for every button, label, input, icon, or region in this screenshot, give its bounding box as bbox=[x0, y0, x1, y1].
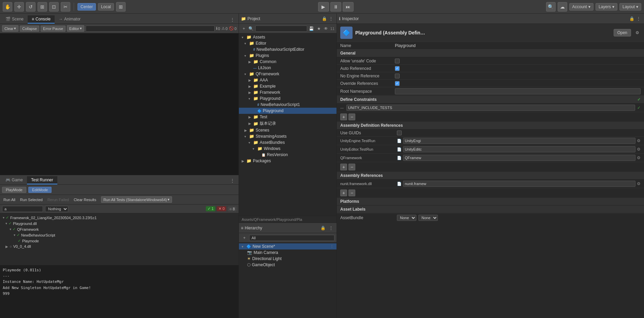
run-all-tests-dropdown[interactable]: Run All Tests (StandaloneWindows64) ▾ bbox=[101, 196, 172, 203]
test-item-0[interactable]: ▾ ✓ Framewrok_02_LiangXie_20230504_2020.… bbox=[0, 215, 239, 221]
tree-litjson[interactable]: — LitJson bbox=[239, 65, 337, 71]
asmdef-ref-settings-icon-0[interactable]: ⚙ bbox=[637, 138, 641, 143]
collab-btn[interactable]: 🔍 bbox=[546, 2, 556, 12]
asmdef-ref-input-1[interactable] bbox=[403, 146, 635, 152]
tab-scene[interactable]: 🎬 Scene bbox=[1, 15, 28, 24]
no-engine-ref-checkbox[interactable] bbox=[395, 74, 400, 78]
assembly-ref-settings-icon-0[interactable]: ⚙ bbox=[637, 181, 641, 186]
test-item-5[interactable]: ▶ ○ V0_0_4.dll bbox=[0, 244, 239, 249]
save-icon-btn[interactable]: 💾 bbox=[309, 25, 314, 32]
inspector-lock-btn[interactable]: 🔒 bbox=[628, 15, 635, 22]
hierarchy-lock-btn[interactable]: 🔒 bbox=[319, 225, 326, 231]
inspector-settings-icon[interactable]: ⚙ bbox=[634, 29, 641, 36]
assembly-refs-add-btn[interactable]: + bbox=[340, 190, 347, 196]
test-item-4[interactable]: ✓ Playmode bbox=[0, 238, 239, 244]
constraint-remove-btn[interactable]: − bbox=[348, 113, 355, 120]
auto-referenced-checkbox[interactable]: ✓ bbox=[395, 66, 400, 71]
tree-qframework[interactable]: ▾ 📁 QFramework bbox=[239, 71, 337, 77]
error-pause-btn[interactable]: Error Pause bbox=[41, 26, 66, 32]
tree-windows[interactable]: ▾ 📁 Windows bbox=[239, 146, 337, 152]
tree-assets[interactable]: ▾ 📁 Assets bbox=[239, 34, 337, 40]
test-item-3[interactable]: ▾ ✓ NewBehaviourScript bbox=[0, 232, 239, 238]
test-item-1[interactable]: ▾ ✓ Playground.dll bbox=[0, 221, 239, 226]
test-filter-input[interactable] bbox=[2, 206, 43, 212]
playmode-btn[interactable]: PlayMode bbox=[2, 187, 26, 193]
assembly-refs-remove-btn[interactable]: − bbox=[348, 190, 355, 196]
test-filter-select[interactable]: Nothing bbox=[45, 206, 68, 212]
asmdef-refs-add-btn[interactable]: + bbox=[340, 164, 347, 170]
tree-example[interactable]: ▶ 📁 Example bbox=[239, 83, 337, 89]
layout-dropdown[interactable]: Layout ▾ bbox=[619, 3, 641, 11]
hierarchy-add-btn[interactable]: + bbox=[241, 234, 248, 241]
hierarchy-gameobject[interactable]: ⬡ GameObject bbox=[239, 262, 337, 268]
center-toggle[interactable]: Center bbox=[77, 3, 96, 11]
asset-bundle-select-2[interactable]: None bbox=[418, 215, 438, 221]
hierarchy-directional-light[interactable]: ☀ Directional Light bbox=[239, 256, 337, 262]
hierarchy-search-input[interactable] bbox=[249, 235, 334, 241]
extra-tool-btn[interactable]: ✂ bbox=[61, 2, 70, 12]
hierarchy-scene[interactable]: ▾ 🔷 New Scene* ⋮ bbox=[239, 243, 337, 249]
asmdef-ref-settings-icon-1[interactable]: ⚙ bbox=[637, 147, 641, 152]
tree-newbehaviourscripteditor[interactable]: # NewBehaviourScriptEditor bbox=[239, 46, 337, 52]
tree-playground-folder[interactable]: ▾ 📁 Playground bbox=[239, 95, 337, 102]
grid-snap-btn[interactable]: ⊞ bbox=[116, 2, 126, 12]
tree-streamingassets[interactable]: ▾ 📁 StreamingAssets bbox=[239, 133, 337, 139]
tab-console[interactable]: ≡ Console bbox=[28, 15, 55, 24]
tree-plugins[interactable]: ▾ 📁 Plugins bbox=[239, 52, 337, 59]
run-selected-btn[interactable]: Run Selected bbox=[19, 197, 44, 202]
hierarchy-more-btn[interactable]: ⋮ bbox=[328, 225, 334, 231]
eye-icon-btn[interactable]: 👁 bbox=[323, 25, 329, 32]
move-tool-btn[interactable]: ✛ bbox=[14, 2, 24, 12]
console-search-input[interactable] bbox=[86, 26, 215, 32]
scale-tool-btn[interactable]: ⊞ bbox=[38, 2, 47, 12]
root-namespace-input[interactable] bbox=[395, 88, 641, 94]
rerun-failed-btn[interactable]: Rerun Failed bbox=[46, 197, 70, 202]
tree-assetbundles[interactable]: ▾ 📁 AssetBundles bbox=[239, 139, 337, 146]
tree-resversion[interactable]: 📋 ResVersion bbox=[239, 152, 337, 158]
transform-tool-btn[interactable]: ⊡ bbox=[49, 2, 59, 12]
tree-framework[interactable]: ▶ 📁 Framework bbox=[239, 89, 337, 95]
project-add-btn[interactable]: + bbox=[241, 25, 247, 32]
project-lock-btn[interactable]: 🔒 bbox=[321, 15, 328, 22]
tree-aaa[interactable]: ▶ 📁 AAA bbox=[239, 77, 337, 83]
star-icon-btn[interactable]: ★ bbox=[316, 25, 321, 32]
constraint-input[interactable] bbox=[346, 105, 635, 111]
run-all-btn[interactable]: Run All bbox=[2, 197, 17, 202]
local-toggle[interactable]: Local bbox=[98, 3, 114, 11]
tree-common[interactable]: ▶ 📁 Common bbox=[239, 59, 337, 65]
asmdef-ref-input-0[interactable] bbox=[403, 138, 635, 144]
tree-editor[interactable]: ▾ 📁 Editor bbox=[239, 40, 337, 46]
assembly-ref-input-0[interactable] bbox=[403, 181, 635, 187]
tabs-more-btn[interactable]: ⋮ bbox=[228, 16, 237, 24]
play-btn[interactable]: ▶ bbox=[318, 2, 329, 12]
step-btn[interactable]: ⏭ bbox=[343, 2, 354, 12]
tree-scenes[interactable]: ▶ 📁 Scenes bbox=[239, 127, 337, 133]
use-guids-checkbox[interactable] bbox=[397, 131, 402, 135]
layers-dropdown[interactable]: Layers ▾ bbox=[596, 3, 617, 11]
collapse-btn[interactable]: Collapse bbox=[20, 26, 39, 32]
clear-btn[interactable]: Clear ▾ bbox=[2, 25, 18, 32]
tab-animator[interactable]: → Animator bbox=[55, 15, 85, 24]
clear-results-btn[interactable]: Clear Results bbox=[72, 197, 98, 202]
project-search-input[interactable] bbox=[255, 26, 307, 32]
open-btn[interactable]: Open bbox=[614, 29, 631, 36]
asmdef-refs-remove-btn[interactable]: − bbox=[348, 164, 355, 170]
tree-packages[interactable]: ▶ 📁 Packages bbox=[239, 158, 337, 164]
rotate-tool-btn[interactable]: ↺ bbox=[26, 2, 35, 12]
constraint-add-btn[interactable]: + bbox=[340, 113, 347, 120]
hand-tool-btn[interactable]: ✋ bbox=[3, 2, 12, 12]
tree-playground-asmdef[interactable]: 🔷 Playground bbox=[239, 108, 337, 114]
scene-menu-icon[interactable]: ⋮ bbox=[330, 244, 334, 249]
asmdef-ref-settings-icon-2[interactable]: ⚙ bbox=[637, 155, 641, 160]
editmode-btn[interactable]: EditMode bbox=[28, 187, 52, 193]
asset-bundle-select-1[interactable]: None bbox=[397, 215, 416, 221]
test-item-2[interactable]: ▾ ✓ QFramework bbox=[0, 226, 239, 232]
tree-version-notes[interactable]: ▶ 📁 版本记录 bbox=[239, 120, 337, 127]
inspector-more-btn[interactable]: ⋮ bbox=[635, 15, 642, 22]
hierarchy-main-camera[interactable]: 📷 Main Camera bbox=[239, 249, 337, 256]
override-refs-checkbox[interactable]: ✓ bbox=[395, 81, 400, 86]
account-dropdown[interactable]: Account ▾ bbox=[569, 3, 593, 11]
asmdef-ref-input-2[interactable] bbox=[403, 155, 635, 161]
tab-test-runner[interactable]: Test Runner bbox=[27, 176, 57, 184]
tree-test[interactable]: ▶ 📁 Test bbox=[239, 114, 337, 120]
